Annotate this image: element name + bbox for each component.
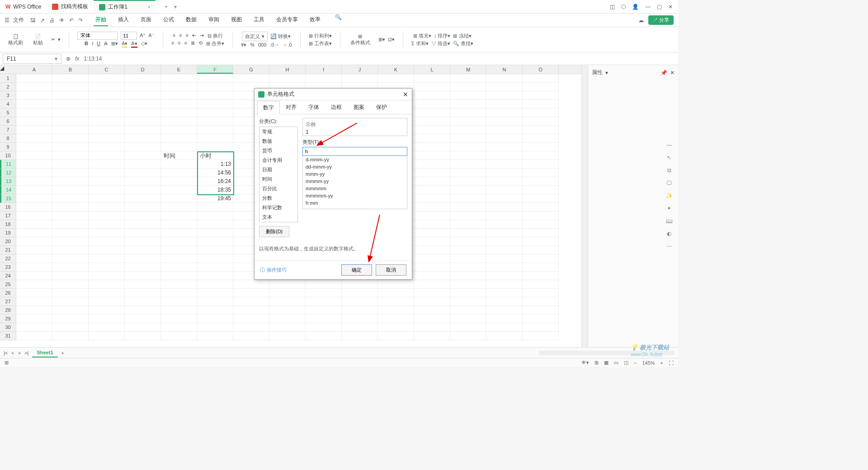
cell[interactable] <box>16 100 52 108</box>
cell[interactable] <box>52 220 89 229</box>
cell[interactable] <box>52 143 89 151</box>
sheet-nav-first-icon[interactable]: |< <box>4 350 8 356</box>
cell[interactable] <box>197 134 233 143</box>
cell[interactable] <box>414 186 450 194</box>
undo-icon[interactable]: ↶ <box>69 17 74 24</box>
cell[interactable] <box>161 160 197 169</box>
cell[interactable] <box>16 134 52 143</box>
sheet-nav-prev-icon[interactable]: < <box>11 350 14 356</box>
cell[interactable] <box>414 220 450 229</box>
cell[interactable] <box>414 169 450 177</box>
font-size-select[interactable] <box>121 32 137 40</box>
cell[interactable] <box>89 332 125 340</box>
name-box[interactable]: F11 ▾ <box>3 54 61 64</box>
cell[interactable] <box>52 108 89 117</box>
percent-icon[interactable]: % <box>250 42 255 48</box>
cell[interactable] <box>414 126 450 134</box>
col-header[interactable]: D <box>125 65 161 74</box>
cell[interactable] <box>52 306 89 315</box>
window-minimize-icon[interactable]: — <box>645 4 651 10</box>
cell[interactable] <box>16 177 52 186</box>
comma-icon[interactable]: 000 <box>258 42 266 48</box>
tab-formula[interactable]: 公式 <box>161 14 176 26</box>
cell[interactable] <box>197 83 233 91</box>
cell[interactable] <box>52 177 89 186</box>
cell[interactable] <box>233 74 269 83</box>
tab-view[interactable]: 视图 <box>229 14 244 26</box>
cell[interactable] <box>161 108 197 117</box>
cell[interactable] <box>414 280 450 289</box>
cell[interactable] <box>378 323 414 332</box>
cell[interactable] <box>486 186 523 194</box>
cell[interactable] <box>125 100 161 108</box>
col-header[interactable]: O <box>523 65 559 74</box>
dialog-tab-number[interactable]: 数字 <box>257 101 280 114</box>
cell[interactable] <box>161 100 197 108</box>
cell[interactable] <box>523 169 559 177</box>
cell-style-icon[interactable]: ⊡▾ <box>388 37 395 42</box>
monitor-icon[interactable]: 🖵 <box>666 180 672 186</box>
row-header[interactable]: 12 <box>0 169 16 177</box>
cell[interactable] <box>197 91 233 100</box>
cell[interactable] <box>89 194 125 203</box>
cell[interactable] <box>306 297 342 306</box>
cell[interactable] <box>125 237 161 246</box>
row-header[interactable]: 7 <box>0 126 16 134</box>
sum-button[interactable]: Σ 求和▾ <box>411 40 429 47</box>
cell[interactable] <box>52 272 89 280</box>
wrap-button[interactable]: ⊟ 换行 <box>208 33 223 39</box>
cell[interactable] <box>125 126 161 134</box>
cell[interactable] <box>450 212 486 220</box>
cell[interactable] <box>89 169 125 177</box>
collapse-icon[interactable]: — <box>666 142 672 148</box>
cell[interactable] <box>52 169 89 177</box>
cell[interactable] <box>414 83 450 91</box>
row-header[interactable]: 25 <box>0 280 16 289</box>
cell[interactable] <box>414 323 450 332</box>
cell[interactable] <box>306 74 342 83</box>
cell[interactable] <box>89 272 125 280</box>
dialog-tab-border[interactable]: 边框 <box>325 100 348 114</box>
cell[interactable] <box>125 143 161 151</box>
cell[interactable] <box>125 194 161 203</box>
cell[interactable] <box>197 74 233 83</box>
row-header[interactable]: 19 <box>0 229 16 237</box>
row-header[interactable]: 15 <box>0 194 16 203</box>
cell[interactable] <box>16 74 52 83</box>
row-header[interactable]: 4 <box>0 100 16 108</box>
cell[interactable] <box>52 160 89 169</box>
sheet-tab-1[interactable]: Sheet1 <box>32 348 57 357</box>
row-header[interactable]: 13 <box>0 177 16 186</box>
row-header[interactable]: 11 <box>0 160 16 169</box>
underline-icon[interactable]: U <box>97 41 100 48</box>
cell[interactable] <box>161 203 197 212</box>
cell[interactable] <box>125 280 161 289</box>
align-middle-icon[interactable]: ≡ <box>179 33 182 39</box>
cell[interactable] <box>450 160 486 169</box>
cell[interactable] <box>125 289 161 297</box>
file-menu[interactable]: 文件 <box>13 16 24 24</box>
indent-decrease-icon[interactable]: ⇤ <box>192 33 196 39</box>
cell[interactable] <box>52 263 89 272</box>
col-header[interactable]: H <box>269 65 306 74</box>
cell[interactable] <box>16 108 52 117</box>
cell[interactable] <box>269 289 306 297</box>
cell[interactable] <box>486 134 523 143</box>
cell[interactable] <box>161 74 197 83</box>
cell[interactable] <box>125 134 161 143</box>
cell[interactable] <box>197 117 233 126</box>
cell[interactable] <box>414 263 450 272</box>
cell[interactable] <box>161 91 197 100</box>
cell[interactable] <box>125 323 161 332</box>
cell[interactable] <box>523 332 559 340</box>
cell[interactable] <box>125 272 161 280</box>
cell[interactable] <box>342 289 378 297</box>
cell[interactable] <box>16 91 52 100</box>
tab-close-icon[interactable]: • <box>148 4 150 10</box>
cell[interactable] <box>450 91 486 100</box>
cell[interactable] <box>450 83 486 91</box>
cell[interactable] <box>414 297 450 306</box>
cell[interactable] <box>161 280 197 289</box>
cell[interactable] <box>523 83 559 91</box>
row-header[interactable]: 22 <box>0 254 16 263</box>
